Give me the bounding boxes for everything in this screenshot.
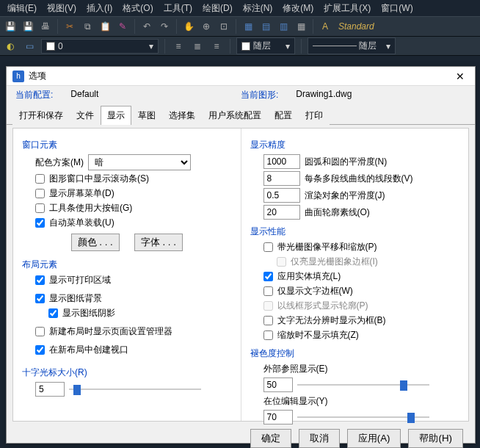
tabs: 打开和保存 文件 显示 草图 选择集 用户系统配置 配置 打印 <box>7 106 475 125</box>
group-fade: 褪色度控制 <box>250 347 460 360</box>
tab-display[interactable]: 显示 <box>101 106 131 125</box>
save-icon[interactable]: 💾 <box>3 19 18 34</box>
propbar: ◐ ▭ 0 ▾ ≡ ≣ ≡ 随层 ▾ 随层 ▾ <box>0 37 480 56</box>
chevron-down-icon: ▾ <box>386 41 390 51</box>
menu-draw[interactable]: 绘图(D) <box>198 1 237 16</box>
group-window-elements: 窗口元素 <box>22 139 232 151</box>
zoomwin-icon[interactable]: ⊡ <box>217 19 231 34</box>
cb-autoload[interactable] <box>35 218 45 228</box>
drawing-label: 当前图形: <box>241 89 278 101</box>
chevron-down-icon: ▾ <box>149 41 153 51</box>
layer-dropdown[interactable]: 0 ▾ <box>41 39 159 54</box>
fade-xref-value[interactable] <box>263 377 293 392</box>
cb-textframe[interactable] <box>263 286 273 296</box>
props-icon[interactable]: ▤ <box>258 19 273 34</box>
profile-label: 当前配置: <box>15 89 53 101</box>
menu-modify[interactable]: 修改(M) <box>278 1 318 16</box>
matchprop-icon[interactable]: ✎ <box>115 19 130 34</box>
fade-edit-value[interactable] <box>263 410 293 424</box>
chevron-down-icon: ▾ <box>286 41 290 51</box>
fade-edit-label: 在位编辑显示(Y) <box>263 395 460 408</box>
tab-file[interactable]: 文件 <box>70 106 101 125</box>
pan-icon[interactable]: ✋ <box>181 19 196 34</box>
crosshair-slider[interactable] <box>69 383 201 396</box>
tab-select[interactable]: 选择集 <box>162 106 202 125</box>
cb-raster-pan[interactable] <box>263 242 273 252</box>
layertoggle-icon[interactable]: ≡ <box>209 39 224 54</box>
tab-profile[interactable]: 配置 <box>268 106 299 125</box>
saveall-icon[interactable]: 💾 <box>21 19 35 34</box>
cb-scrollbars[interactable] <box>35 174 45 184</box>
menu-view[interactable]: 视图(V) <box>43 1 81 16</box>
drawing-value: Drawing1.dwg <box>296 89 352 101</box>
menu-edit[interactable]: 编辑(E) <box>3 1 41 16</box>
dialog-icon: h <box>12 71 24 82</box>
cb-text-as-box[interactable] <box>263 316 273 325</box>
tab-draft[interactable]: 草图 <box>131 106 162 125</box>
btn-help[interactable]: 帮助(H) <box>408 429 463 448</box>
cb-screenmenu[interactable] <box>35 189 45 198</box>
tool3-icon[interactable]: ▥ <box>276 19 291 34</box>
menu-dim[interactable]: 标注(N) <box>239 1 277 16</box>
cb-bigbuttons[interactable] <box>35 203 45 213</box>
group-layout-elements: 布局元素 <box>22 259 232 271</box>
scheme-select[interactable]: 暗 <box>88 154 191 170</box>
btn-colors[interactable]: 颜色 . . . <box>71 234 120 251</box>
btn-fonts[interactable]: 字体 . . . <box>134 234 183 251</box>
surf-lines[interactable] <box>263 205 300 220</box>
layeriso-icon[interactable]: ≡ <box>171 39 186 54</box>
btn-cancel[interactable]: 取消 <box>299 429 340 448</box>
menubar: 编辑(E) 视图(V) 插入(I) 格式(O) 工具(T) 绘图(D) 标注(N… <box>0 0 480 16</box>
cb-newviewport[interactable] <box>35 345 45 355</box>
btn-apply[interactable]: 应用(A) <box>347 429 401 448</box>
group-crosshair: 十字光标大小(R) <box>22 366 232 379</box>
fade-edit-slider[interactable] <box>297 411 429 424</box>
tab-open-save[interactable]: 打开和保存 <box>12 106 70 125</box>
tab-print[interactable]: 打印 <box>299 106 330 125</box>
tab-user[interactable]: 用户系统配置 <box>202 106 268 125</box>
layer-icon[interactable]: ▭ <box>22 39 37 54</box>
redo-icon[interactable]: ↷ <box>157 19 172 34</box>
zoom-icon[interactable]: ⊕ <box>199 19 214 34</box>
group-display-res: 显示精度 <box>250 139 460 151</box>
menu-ext[interactable]: 扩展工具(X) <box>319 1 375 16</box>
btn-ok[interactable]: 确定 <box>250 429 291 448</box>
textstyle-icon[interactable]: A <box>318 19 332 34</box>
calc-icon[interactable]: ▦ <box>294 19 308 34</box>
cb-wireframe <box>263 301 273 311</box>
cb-printable[interactable] <box>35 275 45 285</box>
undo-icon[interactable]: ↶ <box>139 19 154 34</box>
cb-nozoomfill[interactable] <box>263 330 273 340</box>
copy-icon[interactable]: ⧉ <box>80 19 95 34</box>
linetype-dropdown[interactable]: 随层 ▾ <box>308 37 396 54</box>
cb-solidfill[interactable] <box>263 272 273 281</box>
arc-smooth[interactable] <box>263 154 300 169</box>
menu-insert[interactable]: 插入(I) <box>82 1 117 16</box>
cb-shadow[interactable] <box>48 308 58 318</box>
style-name[interactable]: Standard <box>338 21 374 32</box>
cut-icon[interactable]: ✂ <box>62 19 77 34</box>
layers-icon[interactable]: ▦ <box>241 19 255 34</box>
light-icon[interactable]: ◐ <box>3 39 18 54</box>
menu-tools[interactable]: 工具(T) <box>159 1 197 16</box>
profile-value: Default <box>70 89 98 101</box>
cb-newpagesetup[interactable] <box>35 327 45 336</box>
fade-xref-slider[interactable] <box>297 378 429 391</box>
layeriso2-icon[interactable]: ≣ <box>190 39 205 54</box>
render-smooth[interactable] <box>263 188 300 203</box>
toolbar-main: 💾 💾 🖶 ✂ ⧉ 📋 ✎ ↶ ↷ ✋ ⊕ ⊡ ▦ ▤ ▥ ▦ A Standa… <box>0 16 480 37</box>
cb-paperbg[interactable] <box>35 294 45 303</box>
scheme-label: 配色方案(M) <box>35 156 84 169</box>
dialog-title: 选项 <box>29 70 46 82</box>
paste-icon[interactable]: 📋 <box>98 19 112 34</box>
close-button[interactable]: ✕ <box>451 71 469 82</box>
menu-format[interactable]: 格式(O) <box>118 1 157 16</box>
pline-segs[interactable] <box>263 171 300 186</box>
crosshair-value[interactable] <box>35 382 65 397</box>
menu-window[interactable]: 窗口(W) <box>377 1 417 16</box>
cb-raster-highlight <box>277 257 286 267</box>
options-dialog: h 选项 ✕ 当前配置: Default 当前图形: Drawing1.dwg … <box>6 66 476 444</box>
fade-xref-label: 外部参照显示(E) <box>263 363 460 375</box>
color-dropdown[interactable]: 随层 ▾ <box>236 37 295 54</box>
print-icon[interactable]: 🖶 <box>38 19 53 34</box>
